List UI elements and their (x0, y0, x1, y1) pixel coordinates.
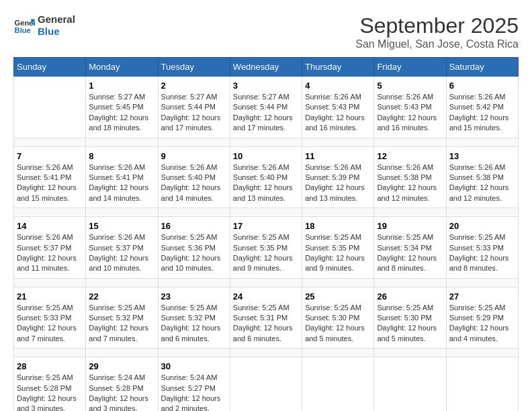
calendar-cell: 4Sunrise: 5:26 AM Sunset: 5:43 PM Daylig… (302, 77, 374, 138)
spacer-cell (230, 349, 302, 357)
day-info: Sunrise: 5:26 AM Sunset: 5:37 PM Dayligh… (17, 232, 83, 274)
spacer-cell (374, 138, 446, 146)
day-info: Sunrise: 5:26 AM Sunset: 5:38 PM Dayligh… (449, 163, 515, 204)
calendar-cell: 6Sunrise: 5:26 AM Sunset: 5:42 PM Daylig… (446, 77, 518, 138)
day-number: 24 (233, 291, 299, 302)
spacer-cell (374, 349, 446, 357)
calendar-cell: 1Sunrise: 5:27 AM Sunset: 5:45 PM Daylig… (86, 77, 158, 138)
day-number: 2 (161, 81, 227, 91)
day-number: 13 (449, 151, 515, 161)
logo-icon: General Blue (13, 15, 35, 36)
day-number: 1 (89, 81, 154, 91)
day-info: Sunrise: 5:26 AM Sunset: 5:39 PM Dayligh… (305, 163, 371, 204)
calendar-cell: 13Sunrise: 5:26 AM Sunset: 5:38 PM Dayli… (446, 146, 518, 208)
spacer-cell (158, 349, 230, 357)
spacer-cell (158, 138, 230, 146)
calendar-cell: 25Sunrise: 5:25 AM Sunset: 5:30 PM Dayli… (302, 287, 374, 349)
spacer-cell (302, 278, 374, 287)
day-info: Sunrise: 5:26 AM Sunset: 5:40 PM Dayligh… (161, 163, 227, 204)
calendar-cell: 3Sunrise: 5:27 AM Sunset: 5:44 PM Daylig… (230, 77, 302, 138)
weekday-header: Sunday (14, 58, 86, 77)
day-number: 8 (89, 151, 154, 161)
calendar-cell: 30Sunrise: 5:24 AM Sunset: 5:27 PM Dayli… (158, 357, 230, 411)
day-number: 11 (305, 151, 371, 161)
spacer-cell (230, 278, 302, 287)
day-number: 16 (161, 221, 227, 231)
spacer-cell (374, 208, 446, 217)
spacer-cell (14, 138, 86, 146)
day-info: Sunrise: 5:25 AM Sunset: 5:29 PM Dayligh… (449, 303, 515, 345)
day-number: 5 (377, 81, 443, 91)
calendar-cell: 7Sunrise: 5:26 AM Sunset: 5:41 PM Daylig… (14, 146, 86, 208)
spacer-cell (86, 208, 158, 217)
day-number: 30 (161, 361, 227, 371)
calendar-cell: 22Sunrise: 5:25 AM Sunset: 5:32 PM Dayli… (86, 287, 158, 349)
spacer-cell (374, 278, 446, 287)
spacer-cell (14, 349, 86, 357)
spacer-cell (14, 278, 86, 287)
logo-general: General (38, 13, 75, 26)
calendar-week-row: 7Sunrise: 5:26 AM Sunset: 5:41 PM Daylig… (14, 146, 519, 208)
day-number: 3 (233, 81, 299, 91)
day-info: Sunrise: 5:26 AM Sunset: 5:37 PM Dayligh… (89, 232, 154, 274)
spacer-cell (158, 278, 230, 287)
day-number: 14 (17, 221, 83, 231)
spacer-cell (302, 208, 374, 217)
weekday-header: Monday (86, 58, 158, 77)
weekday-header: Thursday (302, 58, 374, 77)
day-info: Sunrise: 5:26 AM Sunset: 5:40 PM Dayligh… (233, 163, 299, 204)
day-number: 4 (305, 81, 371, 91)
day-info: Sunrise: 5:24 AM Sunset: 5:28 PM Dayligh… (89, 373, 154, 411)
day-info: Sunrise: 5:26 AM Sunset: 5:42 PM Dayligh… (449, 92, 515, 134)
calendar-cell: 21Sunrise: 5:25 AM Sunset: 5:33 PM Dayli… (14, 287, 86, 349)
day-info: Sunrise: 5:26 AM Sunset: 5:43 PM Dayligh… (305, 92, 371, 134)
spacer-cell (158, 208, 230, 217)
day-number: 15 (89, 221, 154, 231)
spacer-row (14, 138, 519, 146)
day-info: Sunrise: 5:26 AM Sunset: 5:38 PM Dayligh… (377, 163, 443, 204)
spacer-cell (14, 208, 86, 217)
calendar-cell (14, 77, 86, 138)
weekday-header: Tuesday (158, 58, 230, 77)
day-info: Sunrise: 5:26 AM Sunset: 5:43 PM Dayligh… (377, 92, 443, 134)
calendar-cell: 14Sunrise: 5:26 AM Sunset: 5:37 PM Dayli… (14, 217, 86, 279)
day-info: Sunrise: 5:26 AM Sunset: 5:41 PM Dayligh… (89, 163, 154, 204)
logo: General Blue General Blue (13, 13, 75, 38)
spacer-cell (86, 138, 158, 146)
calendar-cell: 26Sunrise: 5:25 AM Sunset: 5:30 PM Dayli… (374, 287, 446, 349)
day-number: 26 (377, 291, 443, 302)
day-number: 17 (233, 221, 299, 231)
calendar-cell (374, 357, 446, 411)
calendar-cell: 28Sunrise: 5:25 AM Sunset: 5:28 PM Dayli… (14, 357, 86, 411)
calendar-cell: 27Sunrise: 5:25 AM Sunset: 5:29 PM Dayli… (446, 287, 518, 349)
calendar-table: SundayMondayTuesdayWednesdayThursdayFrid… (13, 57, 519, 411)
day-info: Sunrise: 5:26 AM Sunset: 5:41 PM Dayligh… (17, 163, 83, 204)
spacer-row (14, 278, 519, 287)
day-info: Sunrise: 5:25 AM Sunset: 5:30 PM Dayligh… (305, 303, 371, 345)
spacer-row (14, 349, 519, 357)
calendar-cell: 24Sunrise: 5:25 AM Sunset: 5:31 PM Dayli… (230, 287, 302, 349)
day-info: Sunrise: 5:25 AM Sunset: 5:32 PM Dayligh… (161, 303, 227, 345)
day-info: Sunrise: 5:25 AM Sunset: 5:30 PM Dayligh… (377, 303, 443, 345)
calendar-week-row: 28Sunrise: 5:25 AM Sunset: 5:28 PM Dayli… (14, 357, 519, 411)
calendar-cell: 12Sunrise: 5:26 AM Sunset: 5:38 PM Dayli… (374, 146, 446, 208)
day-info: Sunrise: 5:25 AM Sunset: 5:34 PM Dayligh… (377, 232, 443, 274)
day-info: Sunrise: 5:27 AM Sunset: 5:44 PM Dayligh… (161, 92, 227, 134)
weekday-header: Saturday (446, 58, 518, 77)
month-title: September 2025 (355, 13, 519, 38)
calendar-cell: 11Sunrise: 5:26 AM Sunset: 5:39 PM Dayli… (302, 146, 374, 208)
spacer-cell (446, 349, 518, 357)
day-info: Sunrise: 5:25 AM Sunset: 5:35 PM Dayligh… (305, 232, 371, 274)
day-number: 12 (377, 151, 443, 161)
day-info: Sunrise: 5:25 AM Sunset: 5:33 PM Dayligh… (17, 303, 83, 345)
spacer-cell (86, 278, 158, 287)
day-info: Sunrise: 5:25 AM Sunset: 5:35 PM Dayligh… (233, 232, 299, 274)
day-number: 20 (449, 221, 515, 231)
day-number: 18 (305, 221, 371, 231)
day-number: 27 (449, 291, 515, 302)
page-header: General Blue General Blue September 2025… (13, 13, 519, 50)
calendar-week-row: 1Sunrise: 5:27 AM Sunset: 5:45 PM Daylig… (14, 77, 519, 138)
calendar-cell: 18Sunrise: 5:25 AM Sunset: 5:35 PM Dayli… (302, 217, 374, 279)
day-number: 25 (305, 291, 371, 302)
calendar-cell (302, 357, 374, 411)
